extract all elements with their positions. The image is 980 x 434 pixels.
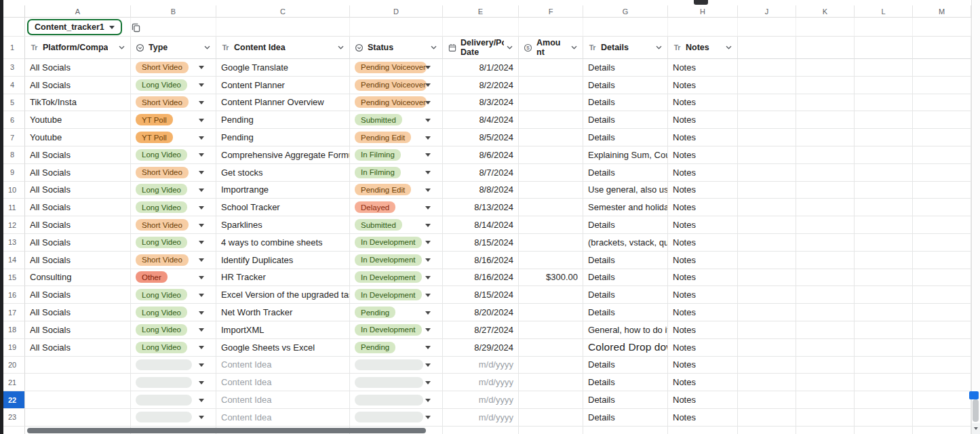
empty-cell[interactable] — [913, 234, 971, 252]
type-chip[interactable]: Short Video — [136, 254, 189, 266]
type-chip[interactable]: Long Video — [136, 324, 187, 336]
empty-cell[interactable] — [738, 216, 796, 234]
empty-cell[interactable] — [738, 164, 796, 182]
date-cell[interactable]: 8/27/2024 — [443, 321, 519, 339]
row-number-23[interactable]: 23 — [0, 409, 25, 427]
row-number-5[interactable]: 5 — [0, 94, 25, 112]
notes-cell[interactable]: Notes — [668, 286, 738, 304]
empty-cell[interactable] — [855, 94, 913, 112]
column-menu-icon[interactable] — [203, 44, 211, 52]
status-chip[interactable]: Pending Edit — [355, 184, 411, 195]
dropdown-caret-icon[interactable] — [199, 258, 204, 262]
empty-cell[interactable] — [796, 146, 855, 164]
column-menu-icon[interactable] — [506, 44, 513, 52]
empty-cell[interactable] — [913, 37, 971, 59]
dropdown-caret-icon[interactable] — [425, 83, 431, 87]
dropdown-caret-icon[interactable] — [425, 276, 431, 279]
type-cell[interactable]: Other — [131, 269, 216, 287]
dropdown-caret-icon[interactable] — [199, 294, 204, 297]
empty-cell[interactable] — [913, 18, 971, 37]
platform-cell[interactable]: All Socials — [25, 234, 131, 252]
status-cell[interactable]: In Filming — [350, 164, 443, 182]
empty-cell[interactable] — [855, 129, 913, 146]
empty-cell[interactable] — [738, 59, 796, 77]
status-chip[interactable]: In Development — [355, 324, 422, 336]
status-cell[interactable]: Pending Edit — [350, 182, 443, 199]
dropdown-caret-icon[interactable] — [425, 224, 431, 227]
details-cell[interactable]: Details — [583, 286, 668, 304]
row-number-13[interactable]: 13 — [0, 234, 25, 252]
content-idea-cell[interactable]: Comprehensive Aggregate Formulas — [216, 146, 350, 164]
empty-cell[interactable] — [855, 37, 913, 59]
status-chip[interactable]: Submitted — [355, 219, 402, 231]
dropdown-caret-icon[interactable] — [199, 346, 204, 349]
details-cell[interactable]: Semester and holiday c — [583, 199, 668, 216]
row-number-22[interactable]: 22 — [0, 391, 25, 409]
amount-cell[interactable] — [519, 339, 583, 357]
status-cell[interactable]: Pending Edit — [350, 129, 443, 146]
details-cell[interactable]: Details — [583, 304, 668, 321]
notes-cell[interactable]: Notes — [668, 129, 738, 146]
dropdown-caret-icon[interactable] — [425, 101, 431, 104]
empty-cell[interactable] — [796, 216, 855, 234]
dropdown-caret-icon[interactable] — [425, 153, 431, 157]
date-cell[interactable]: 8/1/2024 — [443, 59, 519, 77]
column-header-content-idea[interactable]: TrContent Idea — [216, 37, 350, 59]
column-menu-icon[interactable] — [430, 44, 437, 52]
empty-cell[interactable] — [913, 146, 971, 164]
dropdown-caret-icon[interactable] — [425, 66, 431, 69]
dropdown-caret-icon[interactable] — [199, 276, 204, 279]
dropdown-caret-icon[interactable] — [425, 258, 431, 262]
empty-cell[interactable] — [738, 199, 796, 216]
details-cell[interactable]: Details — [583, 391, 668, 409]
dropdown-caret-icon[interactable] — [425, 346, 431, 349]
column-menu-icon[interactable] — [655, 44, 663, 52]
empty-cell[interactable] — [738, 321, 796, 339]
empty-cell[interactable] — [796, 94, 855, 112]
content-idea-cell[interactable]: Content Idea — [216, 357, 350, 374]
column-letter-B[interactable]: B — [131, 5, 216, 18]
date-cell[interactable]: m/d/yyyy — [443, 357, 519, 374]
empty-cell[interactable] — [913, 59, 971, 77]
empty-cell[interactable] — [913, 111, 971, 129]
content-idea-cell[interactable]: Importrange — [216, 182, 350, 199]
empty-cell[interactable] — [738, 111, 796, 129]
row-number-9[interactable]: 9 — [0, 164, 25, 182]
details-cell[interactable]: Details — [583, 374, 668, 391]
details-cell[interactable]: Details — [583, 216, 668, 234]
dropdown-caret-icon[interactable] — [199, 328, 204, 332]
date-cell[interactable]: m/d/yyyy — [443, 409, 519, 427]
vertical-scrollbar-thumb[interactable] — [973, 399, 979, 422]
date-cell[interactable]: 8/16/2024 — [443, 252, 519, 269]
details-cell[interactable]: Details — [583, 111, 668, 129]
type-cell[interactable]: Long Video — [131, 304, 216, 321]
amount-cell[interactable] — [519, 164, 583, 182]
dropdown-caret-icon[interactable] — [199, 381, 204, 384]
empty-cell[interactable] — [855, 199, 913, 216]
amount-cell[interactable] — [519, 252, 583, 269]
platform-cell[interactable]: All Socials — [25, 321, 131, 339]
type-chip[interactable]: YT Poll — [136, 132, 173, 143]
content-idea-cell[interactable]: Get stocks — [216, 164, 350, 182]
empty-cell[interactable] — [738, 357, 796, 374]
type-chip[interactable]: YT Poll — [136, 114, 173, 125]
column-letter-A[interactable]: A — [25, 5, 131, 18]
status-chip[interactable]: In Development — [355, 254, 422, 266]
empty-cell[interactable] — [738, 94, 796, 112]
row-number-15[interactable]: 15 — [0, 269, 25, 287]
column-header-delivery-post-date[interactable]: Delivery/Post Date — [443, 37, 519, 59]
dropdown-caret-icon[interactable] — [199, 189, 204, 192]
amount-cell[interactable] — [519, 129, 583, 146]
type-chip[interactable]: Long Video — [136, 307, 187, 318]
status-cell[interactable] — [350, 357, 443, 374]
type-cell[interactable]: Long Video — [131, 77, 216, 94]
column-letter-J[interactable]: J — [738, 5, 796, 18]
empty-cell[interactable] — [913, 94, 971, 112]
empty-cell[interactable] — [913, 77, 971, 94]
dropdown-caret-icon[interactable] — [425, 399, 431, 402]
empty-cell[interactable] — [855, 146, 913, 164]
dropdown-caret-icon[interactable] — [199, 416, 204, 419]
type-chip[interactable]: Long Video — [136, 201, 187, 213]
date-cell[interactable]: 8/2/2024 — [443, 77, 519, 94]
status-chip[interactable] — [355, 395, 423, 406]
